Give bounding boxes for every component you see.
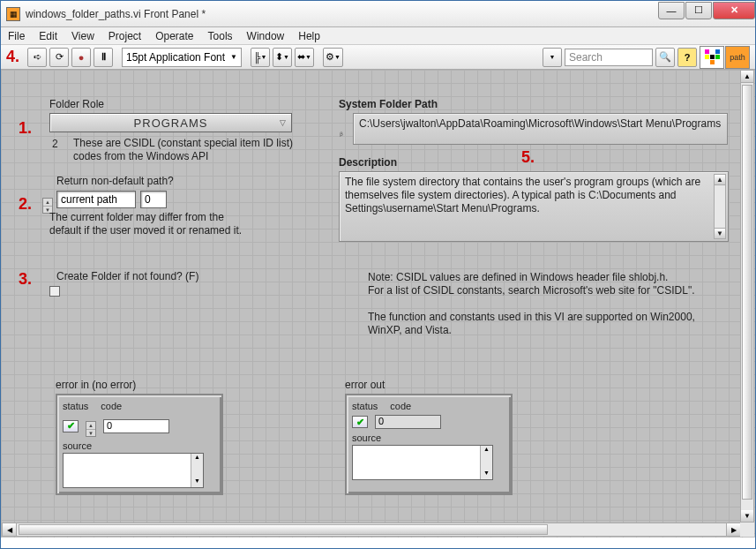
sys-path-indicator: C:\Users\jwalton\AppData\Roaming\Microso…: [353, 113, 728, 145]
scroll-thumb[interactable]: [19, 524, 548, 535]
error-in-source[interactable]: ▲▼: [63, 453, 204, 488]
abort-button[interactable]: ●: [71, 48, 91, 67]
scroll-right-icon[interactable]: ▶: [726, 523, 740, 536]
annotation-3: 3.: [19, 270, 32, 289]
error-in-status-led[interactable]: ✔: [63, 420, 79, 432]
error-out-code: 0: [375, 415, 441, 429]
resize-button[interactable]: ⬌▼: [295, 48, 314, 67]
folder-role-value: PROGRAMS: [134, 117, 208, 130]
description-scrollbar[interactable]: ▲ ▼: [714, 174, 726, 239]
folder-role-index: 2: [52, 138, 58, 150]
vertical-scrollbar[interactable]: ▲ ▼: [740, 70, 754, 523]
menu-tools[interactable]: Tools: [208, 30, 233, 42]
menu-project[interactable]: Project: [109, 30, 141, 42]
toolbar: 4. ➪ ⟳ ● Ⅱ 15pt Application Font ▼ ╠▼ ⬍▼…: [1, 45, 755, 70]
error-out-cluster: status code ✔ 0 source ▲▼: [345, 394, 513, 495]
scroll-down-icon[interactable]: ▼: [741, 510, 753, 523]
error-in-cluster: status code ✔ ▲▼ 0 source ▲▼: [56, 394, 223, 495]
icon-connector-pane[interactable]: [700, 46, 724, 69]
front-panel: 1. 2. 3. 5. Folder Role PROGRAMS ▽ 2 The…: [1, 70, 755, 538]
description-value: The file system directory that contains …: [345, 176, 700, 214]
folder-role-ring[interactable]: PROGRAMS ▽: [49, 113, 292, 132]
menu-help[interactable]: Help: [298, 30, 320, 42]
path-icon: path: [730, 53, 745, 62]
description-label: Description: [339, 156, 397, 169]
create-folder-checkbox[interactable]: [49, 286, 60, 297]
run-continuous-button[interactable]: ⟳: [49, 48, 69, 67]
search-dropdown[interactable]: ▼: [543, 48, 562, 67]
horizontal-scrollbar[interactable]: ◀ ▶: [2, 523, 741, 537]
folder-role-desc: These are CSIDL (constant special item I…: [73, 137, 294, 163]
search-button[interactable]: 🔍: [655, 48, 675, 67]
scroll-up-icon[interactable]: ▲: [741, 71, 753, 83]
annotation-2: 2.: [19, 195, 32, 214]
maximize-button[interactable]: ☐: [685, 2, 712, 19]
labview-window: ▦ windows_folder_paths.vi Front Panel * …: [0, 0, 756, 549]
menu-window[interactable]: Window: [247, 30, 285, 42]
return-path-num[interactable]: 0: [140, 191, 167, 208]
check-icon: ✔: [67, 420, 75, 432]
scroll-left-icon[interactable]: ◀: [3, 523, 17, 536]
menu-operate[interactable]: Operate: [155, 30, 193, 42]
error-out-code-label: code: [390, 401, 411, 411]
error-out-title: error out: [345, 379, 385, 391]
menu-file[interactable]: File: [8, 30, 25, 42]
menu-view[interactable]: View: [71, 30, 94, 42]
error-in-title: error in (no error): [56, 379, 136, 391]
window-title: windows_folder_paths.vi Front Panel *: [26, 8, 657, 20]
scroll-thumb[interactable]: [742, 85, 752, 500]
error-in-source-label: source: [63, 440, 216, 451]
menubar: File Edit View Project Operate Tools Win…: [1, 27, 755, 45]
annotation-4: 4.: [6, 48, 19, 66]
scroll-down-icon[interactable]: ▼: [715, 228, 725, 238]
annotation-1: 1.: [19, 119, 32, 138]
scroll-up-icon[interactable]: ▲: [715, 175, 725, 185]
resize-grip[interactable]: [740, 523, 754, 537]
vi-icon[interactable]: path: [725, 46, 750, 69]
annotation-5: 5.: [521, 148, 535, 167]
menu-edit[interactable]: Edit: [39, 30, 57, 42]
reorder-button[interactable]: ⚙▼: [323, 48, 343, 67]
description-indicator: The file system directory that contains …: [339, 171, 729, 242]
error-out-status-led: ✔: [352, 416, 368, 428]
pause-button[interactable]: Ⅱ: [94, 48, 113, 67]
error-out-source: ▲▼: [352, 445, 493, 480]
distribute-button[interactable]: ⬍▼: [273, 48, 292, 67]
check-icon: ✔: [356, 417, 364, 428]
font-label: 15pt Application Font: [126, 51, 225, 64]
error-out-source-label: source: [352, 432, 505, 443]
sys-path-value: C:\Users\jwalton\AppData\Roaming\Microso…: [359, 117, 721, 130]
run-button[interactable]: ➪: [27, 48, 47, 67]
error-out-status-label: status: [352, 401, 378, 411]
minimize-button[interactable]: —: [658, 2, 685, 19]
search-input[interactable]: Search: [565, 49, 653, 66]
dropdown-icon: ▼: [230, 53, 237, 61]
return-path-field[interactable]: current path: [56, 191, 136, 208]
return-path-desc: The current folder may differ from the d…: [49, 211, 243, 237]
labview-vi-icon: ▦: [6, 7, 20, 21]
font-selector[interactable]: 15pt Application Font ▼: [122, 48, 242, 67]
align-button[interactable]: ╠▼: [251, 48, 270, 67]
sys-path-label: System Folder Path: [339, 98, 438, 110]
create-folder-label: Create Folder if not found? (F): [56, 270, 198, 282]
error-in-status-label: status: [63, 401, 88, 411]
error-in-code[interactable]: 0: [103, 419, 169, 433]
error-in-code-spinner[interactable]: ▲▼: [86, 415, 96, 437]
dropdown-icon: ▽: [280, 118, 287, 127]
return-path-label: Return non-default path?: [56, 175, 174, 187]
note-text: Note: CSIDL values are defined in Window…: [368, 271, 716, 337]
close-button[interactable]: ✕: [713, 2, 755, 19]
path-type-icon: ᵦ: [340, 128, 343, 138]
help-button[interactable]: ?: [677, 48, 697, 67]
error-in-code-label: code: [101, 401, 122, 411]
titlebar: ▦ windows_folder_paths.vi Front Panel * …: [1, 1, 755, 27]
folder-role-label: Folder Role: [49, 98, 104, 110]
